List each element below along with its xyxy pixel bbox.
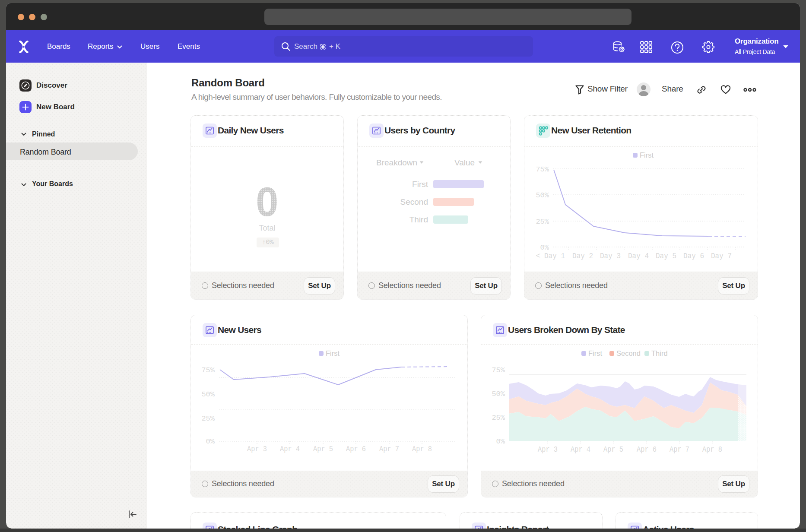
svg-text:Apr 6: Apr 6: [346, 445, 366, 453]
svg-text:75%: 75%: [201, 366, 215, 374]
svg-text:50%: 50%: [201, 390, 215, 399]
svg-text:50%: 50%: [536, 191, 549, 200]
svg-text:Apr 3: Apr 3: [247, 445, 267, 453]
svg-text:First: First: [640, 151, 654, 159]
svg-text:Day 3: Day 3: [600, 252, 621, 260]
svg-text:Apr 4: Apr 4: [571, 445, 590, 454]
svg-text:0%: 0%: [540, 244, 549, 252]
svg-text:0%: 0%: [206, 437, 215, 446]
svg-text:Apr 7: Apr 7: [670, 445, 689, 454]
svg-text:Second: Second: [616, 349, 641, 357]
svg-text:Day 4: Day 4: [628, 252, 649, 260]
svg-text:25%: 25%: [492, 414, 505, 422]
svg-text:Day 7: Day 7: [711, 252, 732, 260]
svg-text:Third: Third: [651, 349, 668, 357]
svg-text:Day 6: Day 6: [683, 252, 704, 260]
svg-text:Apr 7: Apr 7: [379, 445, 399, 453]
svg-text:50%: 50%: [492, 390, 505, 398]
svg-text:<: <: [536, 252, 541, 260]
svg-text:75%: 75%: [536, 165, 549, 174]
svg-text:Apr 4: Apr 4: [280, 445, 300, 453]
svg-text:Day 1: Day 1: [544, 252, 565, 260]
svg-text:Apr 8: Apr 8: [412, 445, 432, 453]
svg-text:0%: 0%: [496, 437, 505, 446]
svg-text:Apr 5: Apr 5: [603, 445, 623, 454]
svg-text:25%: 25%: [536, 218, 549, 226]
svg-text:25%: 25%: [201, 415, 215, 423]
svg-text:First: First: [326, 349, 340, 357]
svg-text:Apr 5: Apr 5: [313, 445, 333, 453]
svg-text:75%: 75%: [492, 366, 505, 374]
svg-text:Day 2: Day 2: [572, 252, 593, 260]
svg-text:First: First: [588, 349, 602, 357]
svg-text:Day 5: Day 5: [656, 252, 676, 260]
svg-text:Apr 8: Apr 8: [702, 445, 722, 454]
svg-text:Apr 6: Apr 6: [637, 445, 657, 454]
svg-text:Apr 3: Apr 3: [538, 445, 558, 454]
